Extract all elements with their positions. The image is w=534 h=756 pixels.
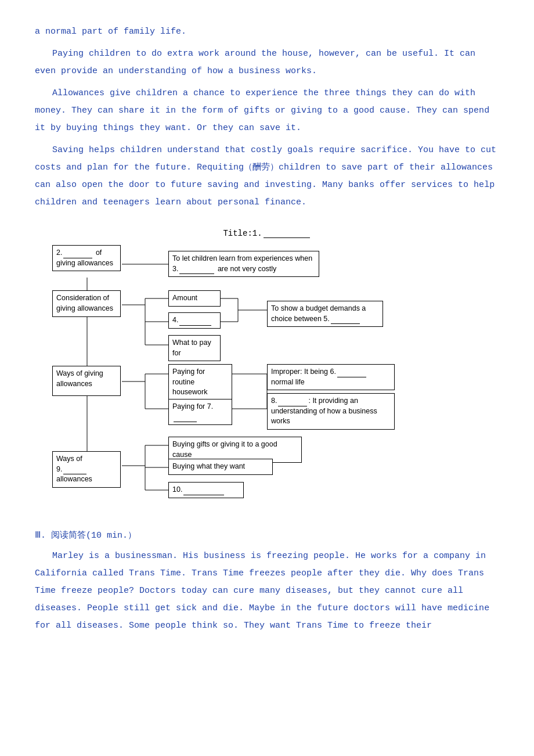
box-giving-allowances: 2. ofgiving allowances — [52, 245, 121, 271]
box-ways-of: Ways of9. allowances — [52, 451, 121, 488]
diagram-title: Title:1. — [46, 229, 488, 238]
box-4: 4. — [168, 312, 221, 329]
section-3-heading: Ⅲ. 阅读简答(10 min.） — [35, 530, 499, 541]
box-amount: Amount — [168, 290, 221, 307]
box-what-pay: What to pay for — [168, 335, 221, 361]
diagram-section: Title:1. — [46, 229, 488, 512]
paragraph-3: Allowances give children a chance to exp… — [35, 85, 499, 137]
box-buying: Buying what they want — [168, 459, 273, 475]
box-proper: 8.: It providing an understanding of how… — [267, 393, 395, 430]
diagram: 2. ofgiving allowances Consideration ofg… — [52, 245, 482, 512]
paragraph-1: a normal part of family life. — [35, 23, 499, 41]
box-let-children: To let children learn from experiences w… — [168, 251, 319, 277]
box-ways-giving: Ways of givingallowances — [52, 366, 121, 396]
box-paying-routine: Paying for routine housework — [168, 364, 232, 401]
section-3-paragraph: Marley is a businessman. His business is… — [35, 548, 499, 635]
box-improper: Improper: It being 6. normal life — [267, 364, 395, 390]
box-consideration: Consideration ofgiving allowances — [52, 290, 121, 317]
paragraph-2: Paying children to do extra work around … — [35, 45, 499, 80]
box-paying-7: Paying for 7. — [168, 399, 232, 425]
paragraph-4: Saving helps children understand that co… — [35, 142, 499, 211]
box-budget: To show a budget demands a choice betwee… — [267, 301, 383, 327]
box-10: 10. — [168, 482, 244, 498]
